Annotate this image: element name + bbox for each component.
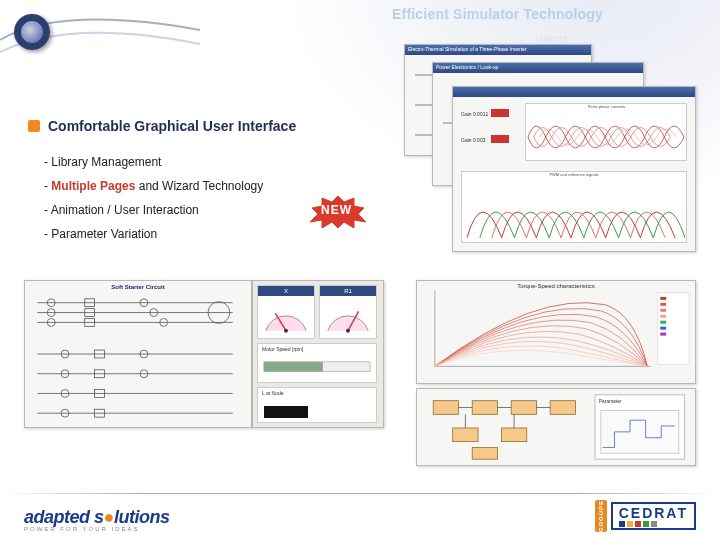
svg-rect-54 bbox=[660, 315, 666, 318]
new-badge-text: NEW bbox=[321, 203, 352, 217]
gain-block-icon bbox=[491, 135, 509, 143]
window-titlebar bbox=[453, 87, 695, 97]
list-text: and Wizard Technology bbox=[135, 179, 263, 193]
cedrat-text: CEDRAT bbox=[619, 506, 688, 520]
adapted-solutions-logo: adapted s●lutions POWER FOR YOUR IDEAS bbox=[24, 507, 169, 532]
readout-panel: L at Node bbox=[257, 387, 377, 423]
list-text: Library Management bbox=[51, 155, 161, 169]
corner-logo bbox=[6, 6, 68, 68]
svg-rect-47 bbox=[264, 362, 323, 372]
svg-rect-52 bbox=[660, 303, 666, 306]
waveform-plot-icon bbox=[462, 177, 686, 247]
thumb-title: Soft Starter Circuit bbox=[25, 284, 251, 290]
list-item: - Parameter Variation bbox=[44, 222, 263, 246]
svg-rect-60 bbox=[511, 401, 536, 415]
gauge-panel: R1 bbox=[319, 285, 377, 339]
screenshot-thumb-4: Soft Starter Circuit bbox=[24, 280, 252, 428]
curve-family-plot-icon bbox=[417, 281, 695, 380]
bullet-icon bbox=[28, 120, 40, 132]
waveform-plot-icon bbox=[526, 109, 686, 165]
groupe-tab-icon: GROUPE bbox=[595, 500, 607, 532]
svg-point-43 bbox=[284, 329, 288, 333]
list-item: - Animation / User Interaction bbox=[44, 198, 263, 222]
gain-label: Gain 0.003 bbox=[461, 137, 485, 143]
gauge-icon bbox=[320, 296, 376, 338]
svg-rect-59 bbox=[472, 401, 497, 415]
gain-block-icon bbox=[491, 109, 509, 117]
window-titlebar: Power Electronics / Look-up bbox=[433, 63, 643, 73]
gauge-panel: X bbox=[257, 285, 315, 339]
svg-rect-61 bbox=[550, 401, 575, 415]
cedrat-logo: GROUPE CEDRAT bbox=[595, 500, 696, 532]
cedrat-squares-icon bbox=[619, 521, 688, 527]
list-prefix: - bbox=[44, 203, 51, 217]
screenshot-thumb-7: Parameter bbox=[416, 388, 696, 466]
footer: adapted s●lutions POWER FOR YOUR IDEAS G… bbox=[0, 480, 720, 540]
svg-rect-55 bbox=[660, 321, 666, 324]
svg-rect-56 bbox=[660, 327, 666, 330]
svg-rect-51 bbox=[660, 297, 666, 300]
bar-indicator-icon bbox=[258, 354, 376, 384]
svg-rect-53 bbox=[660, 309, 666, 312]
screenshot-thumb-3: Gain 0.0011 Gain 0.003 Three-phase curre… bbox=[452, 86, 696, 252]
feature-list: - Library Management - Multiple Pages an… bbox=[44, 150, 263, 246]
footer-divider bbox=[0, 493, 720, 494]
gauge-icon bbox=[258, 296, 314, 338]
logo-text: adapted s bbox=[24, 507, 104, 527]
list-item: - Library Management bbox=[44, 150, 263, 174]
list-text: Animation / User Interaction bbox=[51, 203, 199, 217]
ring-icon bbox=[14, 14, 50, 50]
section-heading-row: Comfortable Graphical User Interface bbox=[28, 118, 296, 134]
gauge-label: X bbox=[258, 286, 314, 296]
logo-accent-icon: ● bbox=[104, 507, 114, 527]
readout-label: L at Node bbox=[258, 388, 376, 398]
svg-rect-64 bbox=[472, 447, 497, 459]
window-titlebar: Electro-Thermal Simulation of a Three-Ph… bbox=[405, 45, 591, 55]
logo-text: lutions bbox=[114, 507, 170, 527]
svg-rect-62 bbox=[453, 428, 478, 442]
plot-title: Torque-Speed characteristics bbox=[417, 283, 695, 289]
list-text: Parameter Variation bbox=[51, 227, 157, 241]
svg-rect-58 bbox=[433, 401, 458, 415]
list-highlight: Multiple Pages bbox=[51, 179, 135, 193]
gain-label: Gain 0.0011 bbox=[461, 111, 488, 117]
block-diagram-icon: Parameter bbox=[417, 389, 695, 465]
list-item: - Multiple Pages and Wizard Technology bbox=[44, 174, 263, 198]
waveform-panel-top: Three-phase currents bbox=[525, 103, 687, 161]
svg-rect-71 bbox=[601, 410, 679, 453]
groupe-text: GROUPE bbox=[598, 500, 604, 532]
waveform-panel-bottom: PWM and reference signals bbox=[461, 171, 687, 243]
readout-panel: Motor Speed [rpm] bbox=[257, 343, 377, 383]
faded-text-fragment-1: ulators bbox=[535, 32, 568, 44]
digital-readout-icon bbox=[264, 406, 308, 418]
svg-rect-57 bbox=[660, 333, 666, 336]
svg-point-45 bbox=[346, 329, 350, 333]
circuit-diagram-icon bbox=[25, 281, 251, 427]
svg-rect-63 bbox=[501, 428, 526, 442]
screenshot-thumb-5: X R1 Motor Speed [rpm] L at Node bbox=[252, 280, 384, 428]
screenshot-thumb-6: Torque-Speed characteristics bbox=[416, 280, 696, 384]
side-panel-label: Parameter bbox=[599, 399, 622, 404]
faded-heading: Efficient Simulator Technology bbox=[392, 6, 603, 22]
cedrat-box: CEDRAT bbox=[611, 502, 696, 530]
section-title: Comfortable Graphical User Interface bbox=[48, 118, 296, 134]
readout-label: Motor Speed [rpm] bbox=[258, 344, 376, 354]
gauge-label: R1 bbox=[320, 286, 376, 296]
